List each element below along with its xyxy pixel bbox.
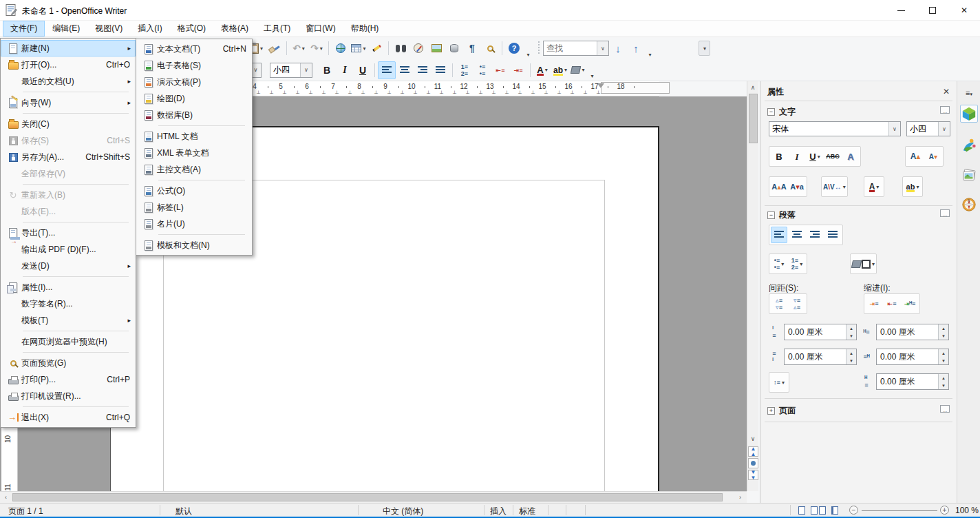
submenu-item-templates-and-documents[interactable]: 模板和文档(N) — [136, 237, 252, 253]
horizontal-scrollbar[interactable]: ‹ › — [0, 491, 747, 503]
tab-stop-marker[interactable]: ┴ — [518, 91, 522, 96]
strikethrough-button[interactable]: ABC — [824, 148, 841, 165]
bullet-list-button[interactable]: •≡•≡ — [473, 61, 491, 79]
tab-stop-marker[interactable]: ┴ — [571, 91, 574, 96]
submenu-item-presentation[interactable]: 演示文稿(P) — [136, 74, 252, 90]
scroll-down-button[interactable]: ∨ — [747, 433, 758, 444]
tab-stop-marker[interactable]: ┴ — [479, 91, 482, 96]
menu-tools[interactable]: 工具(T) — [256, 21, 298, 37]
zoom-button[interactable] — [481, 39, 499, 57]
menu-insert[interactable]: 插入(I) — [130, 21, 169, 37]
menu-file[interactable]: 文件(F) — [3, 21, 45, 37]
page-count[interactable]: 页面 1 / 1 — [8, 506, 43, 517]
menu-format[interactable]: 格式(O) — [170, 21, 213, 37]
draw-functions-button[interactable] — [368, 39, 385, 57]
spin-up-icon[interactable]: ▲ — [939, 374, 948, 382]
collapse-icon[interactable]: − — [767, 108, 775, 116]
next-page-button[interactable]: ▼▼ — [748, 470, 758, 480]
scroll-up-button[interactable]: ∧ — [747, 82, 758, 92]
find-toolbar-grip[interactable] — [538, 41, 540, 55]
tab-stop-marker[interactable]: ┴ — [335, 91, 339, 96]
file-menu-item-open[interactable]: 打开(O)... Ctrl+O — [1, 56, 136, 73]
formatting-overflow-button[interactable]: ▾ — [587, 71, 597, 81]
format-paintbrush-button[interactable] — [266, 39, 284, 57]
book-view-button[interactable] — [831, 506, 838, 515]
submenu-item-labels[interactable]: 标签(L) — [136, 199, 252, 216]
font-size-dropdown[interactable]: ∨ — [300, 63, 312, 77]
navigator-button[interactable] — [409, 39, 427, 57]
align-left-button[interactable] — [378, 61, 396, 79]
decrease-indent-button[interactable]: ⇤≡ — [491, 61, 509, 79]
expand-icon[interactable]: + — [767, 407, 775, 415]
underline-button[interactable]: U — [354, 61, 372, 79]
menu-help[interactable]: 帮助(H) — [343, 21, 387, 37]
find-replace-button[interactable] — [392, 39, 409, 57]
paragraph-background-button[interactable]: ▾ — [852, 256, 875, 272]
tab-stop-marker[interactable]: ┴ — [361, 91, 365, 96]
hyperlink-button[interactable] — [332, 39, 350, 57]
zoom-slider-track[interactable] — [862, 510, 937, 511]
tab-stop-marker[interactable]: ┴ — [270, 91, 273, 96]
insert-mode[interactable]: 插入 — [490, 506, 507, 517]
tab-stop-marker[interactable]: ┴ — [584, 91, 587, 96]
font-name-dropdown[interactable]: ∨ — [888, 122, 900, 136]
file-menu-item-export[interactable]: 导出(T)... — [1, 225, 136, 241]
tab-stop-marker[interactable]: ┴ — [387, 91, 391, 96]
spin-down-icon[interactable]: ▼ — [846, 357, 856, 364]
spin-down-icon[interactable]: ▼ — [939, 357, 948, 364]
justify-button[interactable] — [824, 227, 841, 243]
spinner-buttons[interactable]: ▲▼ — [938, 349, 948, 364]
vertical-scrollbar[interactable]: ∧ ∨ ▲▲ ▼▼ — [747, 81, 758, 491]
insert-table-button[interactable]: ▾ — [350, 39, 368, 57]
bold-button[interactable]: B — [318, 61, 336, 79]
tab-stop-marker[interactable]: ┴ — [597, 91, 600, 96]
submenu-item-database[interactable]: 数据库(B) — [136, 107, 252, 123]
bold-button[interactable]: B — [771, 148, 787, 165]
numbered-list-button[interactable]: 1≡2≡▾ — [789, 256, 805, 272]
spin-up-icon[interactable]: ▲ — [846, 349, 856, 357]
font-color-button[interactable]: A▾ — [866, 178, 882, 195]
align-center-button[interactable] — [789, 227, 805, 243]
increase-indent-button[interactable]: ⇥≡ — [509, 61, 527, 79]
submenu-item-master-document[interactable]: 主控文档(A) — [136, 161, 252, 178]
submenu-item-html-document[interactable]: HTML 文档 — [136, 128, 252, 145]
selection-mode[interactable]: 标准 — [519, 506, 535, 517]
underline-button[interactable]: U▾ — [807, 148, 823, 165]
file-menu-item-print[interactable]: 打印(P)... Ctrl+P — [1, 371, 136, 388]
paragraph-section-header[interactable]: − 段落 — [767, 209, 796, 221]
spacing-value[interactable]: 0.00 厘米 — [785, 349, 846, 364]
tab-stop-marker[interactable]: ┴ — [322, 91, 326, 96]
spin-up-icon[interactable]: ▲ — [939, 324, 948, 332]
find-previous-button[interactable]: ↑ — [627, 39, 645, 57]
zoom-level[interactable]: 100 % — [955, 506, 979, 515]
character-spacing-button[interactable]: A\V↔▾ — [823, 178, 846, 195]
find-toolbar-overflow-button[interactable]: ▾ — [645, 50, 654, 59]
menu-edit[interactable]: 编辑(E) — [45, 21, 87, 37]
scroll-left-button[interactable]: ‹ — [1, 492, 11, 503]
indent-value[interactable]: 0.00 厘米 — [877, 349, 938, 364]
menu-table[interactable]: 表格(A) — [213, 21, 256, 37]
font-color-button[interactable]: A▾ — [533, 61, 551, 79]
tab-stop-marker[interactable]: ┴ — [296, 91, 299, 96]
minimize-button[interactable] — [885, 0, 917, 21]
spinner-buttons[interactable]: ▲▼ — [846, 349, 856, 364]
paragraph-dialog-launcher[interactable]: … — [940, 209, 950, 217]
file-menu-item-printer-settings[interactable]: 打印机设置(R)... — [1, 388, 136, 404]
text-dialog-launcher[interactable]: … — [940, 106, 950, 114]
align-right-button[interactable] — [807, 227, 823, 243]
file-menu-item-new[interactable]: 新建(N) ▸ — [1, 40, 136, 56]
file-menu-item-templates[interactable]: 模板(T) ▸ — [1, 312, 136, 329]
file-menu-item-digital-signatures[interactable]: 数字签名(R)... — [1, 296, 136, 312]
file-menu-item-close[interactable]: 关闭(C) — [1, 116, 136, 132]
bullet-list-button[interactable]: •≡•≡▾ — [771, 256, 787, 272]
properties-deck-tab[interactable] — [960, 105, 978, 123]
tab-stop-marker[interactable]: ┴ — [466, 91, 469, 96]
styles-deck-tab[interactable] — [960, 136, 978, 154]
sidebar-font-size-input[interactable] — [907, 124, 938, 134]
spin-down-icon[interactable]: ▼ — [846, 332, 856, 340]
submenu-item-text-document[interactable]: 文本文档(T) Ctrl+N — [136, 41, 252, 57]
text-language[interactable]: 中文 (简体) — [383, 506, 423, 517]
increase-indent-button[interactable]: ⇥≡ — [866, 296, 882, 312]
file-menu-item-wizards[interactable]: 向导(W) ▸ — [1, 94, 136, 111]
sidebar-settings-button[interactable]: ≡▾ — [960, 87, 978, 99]
